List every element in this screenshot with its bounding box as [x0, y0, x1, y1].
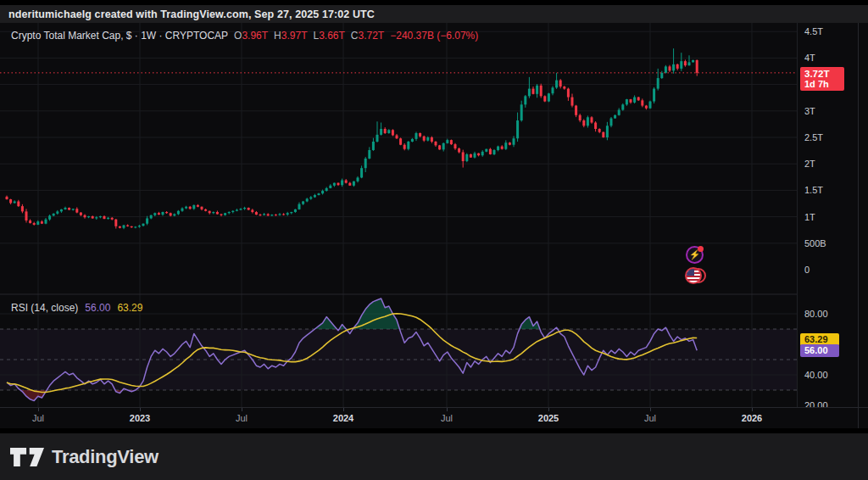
time-axis-month-label: Jul: [441, 413, 453, 423]
attribution-text: nderitumichaelg created with TradingView…: [8, 8, 375, 20]
us-economic-event-icon[interactable]: [685, 267, 704, 286]
attribution-bar: nderitumichaelg created with TradingView…: [0, 5, 868, 23]
symbol-legend[interactable]: Crypto Total Market Cap, $ · 1W · CRYPTO…: [11, 30, 478, 42]
rsi-title: RSI (14, close): [11, 302, 78, 314]
time-axis-month-label: Jul: [236, 413, 248, 423]
price-axis-label: 2T: [804, 159, 815, 169]
time-axis-month-label: Jul: [644, 413, 656, 423]
ohlc-open-value: 3.96T: [242, 30, 268, 42]
flash-event-icon[interactable]: ⚡: [686, 246, 704, 264]
rsi-value-badge: 56.00: [800, 344, 839, 357]
price-axis-label: 4T: [804, 53, 815, 63]
price-axis-label: 4.5T: [804, 26, 823, 36]
ohlc-close-label: C: [351, 30, 359, 42]
time-axis-year-label: 2023: [130, 413, 150, 423]
price-axis-label: 0: [804, 265, 810, 275]
ohlc-high-value: 3.97T: [281, 30, 308, 42]
time-axis-tick: [650, 408, 651, 411]
price-axis-label: 3T: [804, 106, 815, 116]
time-axis-tick: [447, 408, 448, 411]
price-axis-label: 1T: [804, 212, 815, 222]
tradingview-logo[interactable]: TradingView: [10, 446, 159, 468]
tradingview-wordmark: TradingView: [52, 446, 159, 468]
tradingview-chart-widget: nderitumichaelg created with TradingView…: [0, 0, 868, 480]
change-value: −240.37B (−6.07%): [390, 30, 478, 42]
price-axis-label: 1.5T: [804, 185, 823, 195]
time-axis-tick: [140, 408, 141, 411]
bar-countdown: 1d 7h: [804, 79, 840, 89]
symbol-title: Crypto Total Market Cap, $ · 1W · CRYPTO…: [11, 30, 228, 42]
chart-area[interactable]: Crypto Total Market Cap, $ · 1W · CRYPTO…: [0, 23, 868, 428]
time-axis-tick: [343, 408, 344, 411]
us-flag-icon: [685, 267, 702, 284]
price-axis-label: 2.5T: [804, 132, 823, 142]
ohlc-high-label: H: [274, 30, 281, 42]
current-price: 3.72T: [804, 69, 840, 79]
rsi-legend[interactable]: RSI (14, close)56.0063.29: [11, 302, 142, 314]
rsi-current-value: 56.00: [85, 302, 110, 314]
axis-edge-divider: [858, 23, 859, 428]
time-axis-month-label: Jul: [32, 413, 44, 423]
time-axis-tick: [242, 408, 242, 411]
rsi-axis-label: 80.00: [804, 309, 828, 319]
rsi-axis-label: 40.00: [804, 370, 828, 380]
rsi-ma-value: 63.29: [117, 302, 142, 314]
candlestick-rsi-canvas[interactable]: [0, 23, 797, 428]
tradingview-mark-icon: [10, 446, 44, 468]
time-axis-year-label: 2025: [538, 413, 559, 423]
current-price-badge: 3.72T 1d 7h: [800, 67, 844, 91]
time-axis-year-label: 2024: [333, 413, 353, 423]
ohlc-low-value: 3.66T: [319, 30, 345, 42]
time-axis-tick: [752, 408, 753, 411]
time-axis-year-label: 2026: [742, 413, 762, 423]
footer-bar: TradingView: [0, 428, 868, 480]
time-axis[interactable]: Jul2023Jul2024Jul2025Jul2026: [0, 407, 868, 428]
ohlc-close-value: 3.72T: [359, 30, 385, 42]
time-axis-tick: [548, 408, 549, 411]
time-axis-tick: [38, 408, 39, 411]
notification-dot: [698, 246, 704, 252]
price-axis-label: 500B: [804, 238, 826, 248]
